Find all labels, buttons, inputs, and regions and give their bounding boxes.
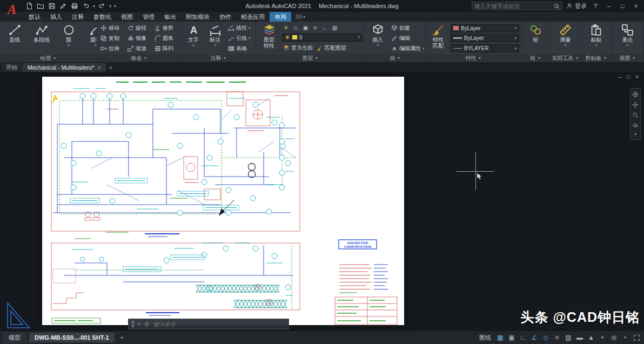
edit-block-button[interactable]: 编辑 <box>390 33 425 43</box>
rotate-button[interactable]: 旋转 <box>126 23 153 32</box>
save-as-button[interactable] <box>58 1 69 11</box>
command-customize-icon[interactable] <box>144 321 150 327</box>
transparency-toggle-icon[interactable]: ▨ <box>564 333 573 342</box>
sign-in-button[interactable]: 登录 <box>566 2 587 10</box>
fullscreen-icon[interactable] <box>632 333 641 342</box>
annotation-monitor-icon[interactable]: + <box>598 333 607 342</box>
ribbon-tab-output[interactable]: 输出 <box>159 12 181 22</box>
panel-layers-title[interactable]: 图层▼ <box>256 54 365 62</box>
panel-utilities-title[interactable]: 实用工具▼ <box>550 54 581 62</box>
help-icon[interactable]: ? <box>591 3 600 9</box>
command-close-icon[interactable]: × <box>137 321 140 327</box>
plot-button[interactable] <box>69 1 80 11</box>
ribbon-tab-manage[interactable]: 管理 <box>138 12 159 22</box>
match-layer-button[interactable]: 匹配图层 <box>316 43 347 52</box>
array-button[interactable]: 阵列 <box>153 44 180 53</box>
lineweight-toggle-icon[interactable]: ≡ <box>552 333 562 342</box>
snap-toggle-icon[interactable]: ▣ <box>507 333 516 342</box>
ribbon-tab-layout[interactable]: 布局 <box>270 12 291 22</box>
workspace-gear-icon[interactable] <box>609 333 619 342</box>
command-line-grip[interactable] <box>132 321 134 327</box>
layer-walk-icon[interactable]: ▨ <box>331 24 339 32</box>
layer-isolate-icon[interactable]: ≡ <box>311 24 319 32</box>
line-button[interactable]: 直线 <box>2 23 27 54</box>
ribbon-tab-parametric[interactable]: 参数化 <box>89 12 116 22</box>
open-file-button[interactable] <box>35 1 46 11</box>
selection-cycling-icon[interactable]: ▬ <box>575 333 585 342</box>
ribbon-tab-insert[interactable]: 插入 <box>45 12 67 22</box>
annotation-scale-icon[interactable]: ▲ <box>586 333 596 342</box>
redo-dropdown-icon[interactable]: ▾ <box>108 4 112 9</box>
ribbon-tab-view[interactable]: 视图 <box>116 12 138 22</box>
linear-dimension-button[interactable]: 线性▾ <box>227 24 252 33</box>
ribbon-tab-home[interactable]: 默认 <box>24 12 45 22</box>
panel-block-title[interactable]: 块▼ <box>365 54 425 62</box>
paste-button[interactable]: 粘贴▾ <box>586 23 607 54</box>
undo-dropdown-icon[interactable]: ▾ <box>92 4 96 9</box>
copy-button[interactable]: 复制 <box>99 33 126 43</box>
panel-view-title[interactable]: 视图▼ <box>612 54 643 62</box>
base-view-button[interactable]: 基点▾ <box>617 23 639 54</box>
drawing-close-icon[interactable]: × <box>635 75 639 80</box>
drawing-viewport[interactable]: ISSUED FOR CONSTRUCTION – □ × <box>0 72 644 330</box>
mirror-button[interactable]: 镜像 <box>126 33 153 43</box>
navbar-expand-icon[interactable]: ▾ <box>634 132 636 137</box>
lineweight-dropdown[interactable]: ByLayer▾ <box>451 34 519 42</box>
zoom-icon[interactable] <box>632 112 639 118</box>
ribbon-tab-featured-apps[interactable]: 精选应用 <box>236 12 270 22</box>
panel-clipboard-title[interactable]: 剪贴板▼ <box>581 54 611 62</box>
ortho-toggle-icon[interactable]: ∟ <box>518 333 528 342</box>
qat-customize-icon[interactable]: ▾ <box>113 4 117 9</box>
close-button[interactable]: × <box>631 3 641 9</box>
command-input[interactable] <box>153 321 285 327</box>
dimension-button[interactable]: 标注▾ <box>205 23 225 54</box>
minimize-button[interactable]: – <box>604 3 614 9</box>
redo-button[interactable] <box>97 1 108 11</box>
panel-properties-title[interactable]: 特性▼ <box>426 54 521 62</box>
ribbon-tab-collaborate[interactable]: 协作 <box>214 12 236 22</box>
set-current-layer-button[interactable]: 置为当前 <box>282 43 314 52</box>
create-block-button[interactable]: 创建 <box>390 24 425 33</box>
layer-off-icon[interactable]: ∟ <box>321 24 329 32</box>
layer-lock-icon[interactable]: ▣ <box>301 24 310 32</box>
arc-button[interactable]: 圆弧▾ <box>83 23 97 54</box>
layer-freeze-icon[interactable]: ◇ <box>292 24 300 32</box>
layer-properties-button[interactable]: 图层特性 <box>258 23 280 54</box>
scale-button[interactable]: 缩放 <box>126 44 153 53</box>
polar-tracking-icon[interactable]: ∠ <box>529 333 539 342</box>
status-dropdown-icon[interactable]: ▾ <box>620 333 630 342</box>
model-tab[interactable]: 模型 <box>3 332 26 343</box>
panel-draw-title[interactable]: 绘图▼ <box>0 54 97 62</box>
fillet-button[interactable]: 圆角 <box>153 33 180 43</box>
layout-tab[interactable]: DWG-MB-SS0...-001 SHT-1 <box>29 333 115 342</box>
move-button[interactable]: 移动 <box>99 23 126 32</box>
panel-annotate-title[interactable]: 注释▼ <box>182 54 256 62</box>
edit-attributes-button[interactable]: 编辑属性▾ <box>390 44 425 53</box>
layer-on-icon[interactable]: ☀ <box>282 24 290 32</box>
panel-group-title[interactable]: 组▼ <box>522 54 549 62</box>
orbit-icon[interactable] <box>632 122 639 129</box>
trim-button[interactable]: 修剪 <box>153 23 180 32</box>
linetype-dropdown[interactable]: BYLAYER▾ <box>451 44 519 52</box>
measure-button[interactable]: 测量▾ <box>555 23 576 54</box>
maximize-button[interactable]: □ <box>618 3 627 9</box>
space-toggle-label[interactable]: 图纸 <box>479 334 491 342</box>
close-tab-icon[interactable]: × <box>98 65 101 71</box>
help-search-box[interactable] <box>472 2 562 10</box>
command-line[interactable]: × <box>128 319 289 329</box>
search-icon[interactable] <box>554 3 560 9</box>
ribbon-tab-annotate[interactable]: 注释 <box>67 12 89 22</box>
panel-modify-title[interactable]: 修改▼ <box>97 54 181 62</box>
grid-toggle-icon[interactable]: ▦ <box>495 333 505 342</box>
file-tab-start[interactable]: 开始 <box>1 63 22 72</box>
save-button[interactable] <box>46 1 57 11</box>
ribbon-tab-addins[interactable]: 附加模块 <box>181 12 214 22</box>
undo-button[interactable] <box>81 1 91 11</box>
drawing-restore-icon[interactable]: □ <box>627 75 630 80</box>
ribbon-display-options-icon[interactable]: ▾ <box>291 12 310 22</box>
drawing-minimize-icon[interactable]: – <box>619 75 622 80</box>
file-tab-document[interactable]: Mechanical - Multileaders*× <box>23 63 106 72</box>
stretch-button[interactable]: 拉伸 <box>99 44 126 53</box>
table-button[interactable]: 表格 <box>227 44 252 53</box>
insert-block-button[interactable]: 插入▾ <box>367 23 388 54</box>
